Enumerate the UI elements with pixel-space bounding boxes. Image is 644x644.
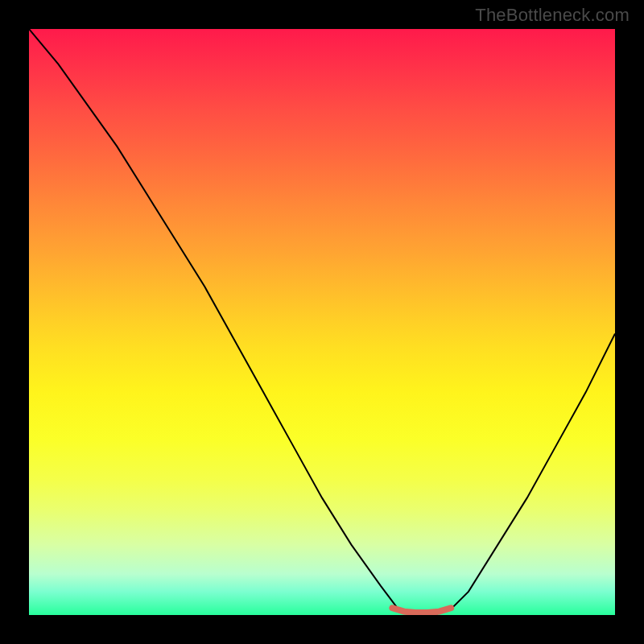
optimal-range-highlight <box>392 608 451 613</box>
watermark-text: TheBottleneck.com <box>475 5 630 26</box>
chart-frame: TheBottleneck.com <box>0 0 644 644</box>
bottleneck-curve <box>29 29 615 615</box>
plot-area <box>29 29 615 615</box>
chart-svg <box>29 29 615 615</box>
